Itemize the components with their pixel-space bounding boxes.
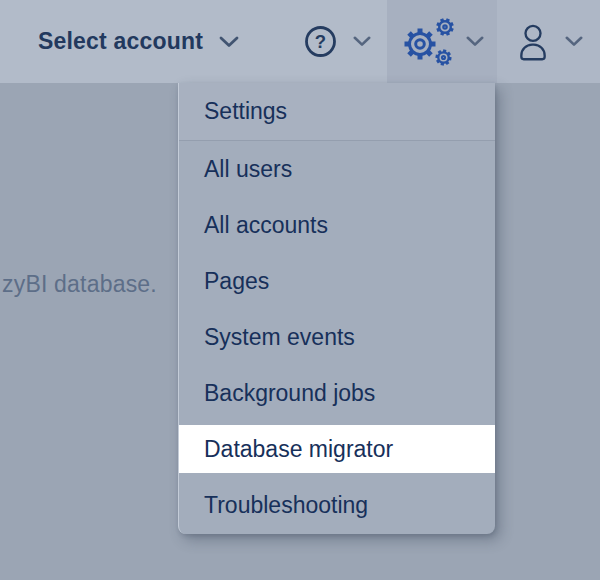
gears-icon bbox=[401, 16, 457, 68]
chevron-down-icon bbox=[466, 36, 484, 47]
menu-item-system-events[interactable]: System events bbox=[179, 313, 495, 361]
person-icon bbox=[514, 20, 552, 64]
account-selector-label: Select account bbox=[38, 28, 203, 55]
menu-item-pages[interactable]: Pages bbox=[179, 257, 495, 305]
account-selector[interactable]: Select account bbox=[0, 0, 239, 83]
menu-item-troubleshooting[interactable]: Troubleshooting bbox=[179, 481, 495, 529]
question-circle-icon: ? bbox=[304, 25, 337, 58]
menu-item-background-jobs[interactable]: Background jobs bbox=[179, 369, 495, 417]
user-menu-trigger[interactable] bbox=[497, 0, 600, 83]
menu-item-database-migrator[interactable]: Database migrator bbox=[179, 425, 495, 473]
topbar-spacer bbox=[239, 0, 287, 83]
chevron-down-icon bbox=[219, 36, 239, 48]
menu-item-settings[interactable]: Settings bbox=[179, 83, 495, 141]
menu-item-all-users[interactable]: All users bbox=[179, 145, 495, 193]
app-screen: Select account ? bbox=[0, 0, 600, 580]
svg-text:?: ? bbox=[314, 31, 325, 52]
settings-menu-trigger[interactable] bbox=[387, 0, 497, 83]
settings-dropdown-menu: Settings All usersAll accountsPagesSyste… bbox=[178, 83, 495, 534]
menu-item-all-accounts[interactable]: All accounts bbox=[179, 201, 495, 249]
chevron-down-icon bbox=[565, 36, 583, 47]
page-background-text: zyBI database. bbox=[2, 271, 157, 298]
settings-menu-list: All usersAll accountsPagesSystem eventsB… bbox=[179, 141, 495, 533]
topbar: Select account ? bbox=[0, 0, 600, 83]
chevron-down-icon bbox=[353, 36, 371, 47]
help-menu-trigger[interactable]: ? bbox=[287, 0, 387, 83]
